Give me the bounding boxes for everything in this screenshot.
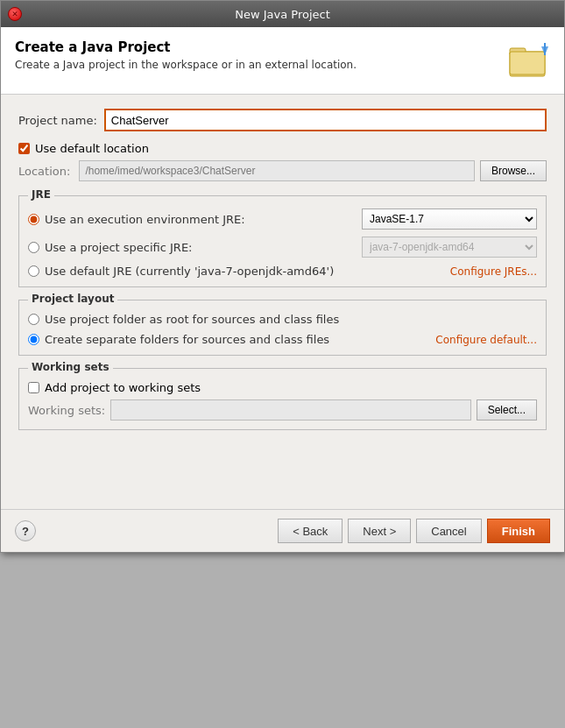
working-sets-input [110, 399, 470, 421]
working-sets-label: Working sets: [28, 404, 105, 417]
layout-option1-row: Use project folder as root for sources a… [28, 313, 537, 326]
use-default-location-checkbox[interactable] [18, 143, 30, 154]
layout-option1-radio[interactable] [28, 314, 39, 325]
layout-option2-radio[interactable] [28, 334, 39, 345]
titlebar: ✕ New Java Project [1, 1, 564, 27]
layout-option1-label: Use project folder as root for sources a… [45, 313, 339, 326]
jre-execution-env-select[interactable]: JavaSE-1.7 [362, 209, 537, 230]
add-working-sets-row: Add project to working sets [28, 381, 537, 394]
location-label: Location: [18, 165, 70, 178]
layout-option2-row: Create separate folders for sources and … [28, 333, 537, 346]
configure-jres-link[interactable]: Configure JREs... [450, 265, 537, 278]
jre-option2-radio[interactable] [28, 242, 39, 253]
browse-button[interactable]: Browse... [480, 160, 547, 181]
header-section: Create a Java Project Create a Java proj… [1, 27, 564, 95]
close-button[interactable]: ✕ [8, 7, 22, 21]
jre-specific-select[interactable]: java-7-openjdk-amd64 [362, 237, 537, 258]
working-sets-legend: Working sets [28, 368, 537, 380]
header-text: Create a Java Project Create a Java proj… [15, 39, 357, 71]
add-working-sets-checkbox[interactable] [28, 382, 39, 393]
layout-option2-label: Create separate folders for sources and … [45, 333, 329, 346]
project-name-row: Project name: [18, 109, 547, 131]
help-button[interactable]: ? [15, 520, 36, 541]
jre-option2-row: Use a project specific JRE: java-7-openj… [28, 237, 537, 258]
body: Project name: Use default location Locat… [1, 95, 564, 456]
back-button[interactable]: < Back [278, 519, 343, 543]
working-sets-group: Working sets Add project to working sets… [18, 368, 547, 430]
footer: ? < Back Next > Cancel Finish [1, 509, 564, 552]
header-subtitle: Create a Java project in the workspace o… [15, 59, 357, 71]
jre-option3-label: Use default JRE (currently 'java-7-openj… [45, 265, 334, 278]
jre-option1-label: Use an execution environment JRE: [45, 213, 245, 226]
jre-option3-radio[interactable] [28, 265, 39, 277]
select-button[interactable]: Select... [477, 399, 537, 421]
project-layout-legend: Project layout [28, 300, 537, 312]
use-default-location-label: Use default location [35, 142, 149, 155]
location-input [79, 160, 475, 181]
window: ✕ New Java Project Create a Java Project… [0, 0, 565, 553]
location-row: Location: Browse... [18, 160, 547, 181]
working-sets-input-row: Working sets: Select... [28, 399, 537, 421]
jre-option3-row: Use default JRE (currently 'java-7-openj… [28, 265, 537, 278]
next-button[interactable]: Next > [348, 519, 411, 543]
project-name-input[interactable] [104, 109, 547, 131]
jre-legend: JRE [28, 195, 537, 208]
finish-button[interactable]: Finish [487, 519, 550, 543]
jre-group: JRE Use an execution environment JRE: Ja… [18, 195, 547, 287]
project-layout-group: Project layout Use project folder as roo… [18, 300, 547, 356]
cancel-button[interactable]: Cancel [416, 519, 481, 543]
jre-option2-label: Use a project specific JRE: [45, 241, 192, 254]
window-title: New Java Project [27, 8, 538, 21]
add-working-sets-label: Add project to working sets [45, 381, 201, 394]
jre-option1-row: Use an execution environment JRE: JavaSE… [28, 209, 537, 230]
header-title: Create a Java Project [15, 39, 357, 55]
configure-default-link[interactable]: Configure default... [435, 334, 537, 346]
folder-icon [508, 39, 550, 81]
svg-rect-2 [510, 52, 545, 74]
jre-option1-radio[interactable] [28, 214, 39, 225]
use-default-location-row: Use default location [18, 142, 547, 155]
project-name-label: Project name: [18, 114, 97, 127]
